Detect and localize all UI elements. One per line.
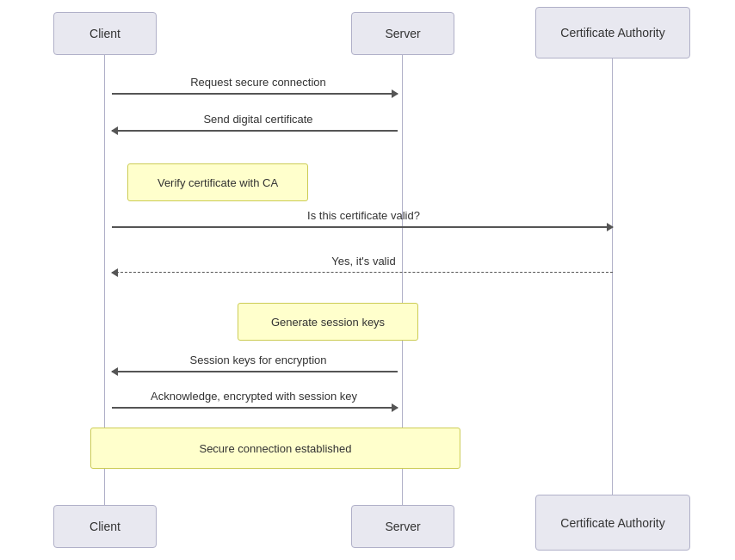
msg6-arrow: [112, 407, 398, 409]
note-secure-conn: Secure connection established: [90, 428, 460, 469]
actor-ca-bottom: Certificate Authority: [535, 495, 690, 551]
actor-client-top: Client: [53, 12, 157, 55]
note-generate-keys: Generate session keys: [238, 303, 418, 341]
msg4-label: Yes, it's valid: [112, 255, 615, 268]
msg2-label: Send digital certificate: [112, 113, 405, 126]
sequence-diagram: Client Server Certificate Authority Requ…: [0, 0, 735, 560]
actor-ca-top: Certificate Authority: [535, 7, 690, 58]
actor-server-top: Server: [351, 12, 454, 55]
msg5-label: Session keys for encryption: [112, 354, 405, 366]
msg1-label: Request secure connection: [112, 76, 405, 89]
msg4-arrow: [112, 272, 613, 274]
note-verify-cert: Verify certificate with CA: [127, 163, 308, 201]
actor-client-bottom: Client: [53, 505, 157, 548]
msg2-arrow: [112, 130, 398, 132]
lifeline-ca: [612, 58, 613, 495]
msg3-label: Is this certificate valid?: [112, 209, 615, 222]
msg3-arrow: [112, 226, 613, 228]
msg5-arrow: [112, 371, 398, 372]
actor-server-bottom: Server: [351, 505, 454, 548]
msg6-label: Acknowledge, encrypted with session key: [86, 390, 422, 403]
msg1-arrow: [112, 93, 398, 95]
